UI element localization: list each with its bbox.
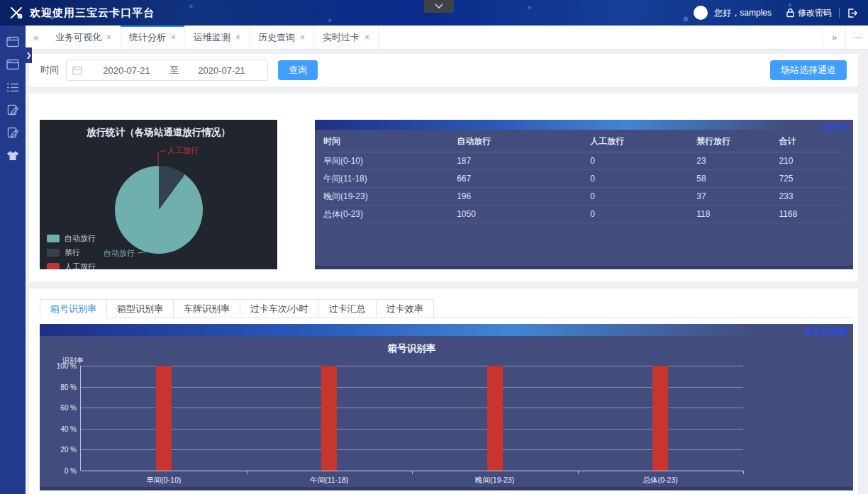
tab-label: 实时过卡: [323, 31, 360, 44]
app-window-icon: [6, 59, 19, 70]
legend-label: 禁行: [65, 247, 80, 258]
gridline: [81, 387, 743, 388]
y-tick: 80 %: [47, 384, 77, 391]
legend-swatch: [47, 249, 60, 257]
bar-noon: [321, 366, 337, 471]
chevron-down-icon: [434, 3, 444, 10]
release-rate-table: 时间 自动放行 人工放行 禁行放行 合计 早间(0-10)187023210 午…: [315, 130, 853, 223]
sidebar-item-dashboard[interactable]: [6, 35, 20, 48]
sidebar-item-list[interactable]: [6, 81, 20, 94]
y-tick: 100 %: [47, 363, 77, 370]
start-date-value[interactable]: 2020-07-21: [87, 65, 167, 76]
tab-container-type-rate[interactable]: 箱型识别率: [106, 299, 174, 318]
date-range-input[interactable]: 2020-07-21 至 2020-07-21: [66, 60, 268, 81]
bar-evening: [487, 366, 503, 471]
tabs-more-menu[interactable]: ⋯: [845, 26, 868, 49]
legend-item-forbidden[interactable]: 禁行: [47, 247, 96, 258]
gridline: [81, 429, 743, 430]
shirt-icon: [6, 150, 19, 161]
sidebar-item-apparel[interactable]: [6, 149, 20, 162]
tab-business-visualization[interactable]: 业务可视化 ×: [47, 26, 121, 49]
station-channel-select-button[interactable]: 场站选择通道: [770, 60, 847, 80]
content-area: 时间 2020-07-21 至 2020-07-21 查询 场站选择通道: [26, 50, 868, 494]
release-pie-panel: 放行统计（各场站通道放行情况） 人工放行 自动放行 自动放行: [40, 120, 277, 269]
table-row: 晚间(19-23)196037233: [323, 188, 845, 206]
x-label: 午间(11-18): [310, 476, 348, 485]
sidebar-expander-handle[interactable]: ❯: [26, 47, 32, 63]
release-pie[interactable]: [115, 166, 203, 254]
tab-ops-monitoring[interactable]: 运维监测 ×: [185, 26, 250, 49]
tab-label: 运维监测: [194, 31, 230, 44]
table-row: 早间(0-10)187023210: [323, 152, 845, 170]
bar-chart-title: 箱号识别率: [80, 342, 743, 355]
change-password-label: 修改密码: [798, 7, 832, 19]
close-icon[interactable]: ×: [365, 33, 369, 43]
range-separator: 至: [167, 64, 182, 77]
legend-swatch: [47, 263, 60, 269]
gridline: [81, 449, 743, 450]
col-header-total: 合计: [779, 135, 845, 147]
gridline: [81, 366, 743, 366]
tab-history-query[interactable]: 历史查询 ×: [250, 26, 314, 49]
change-password-button[interactable]: 修改密码: [786, 7, 832, 19]
pie-label-manual-release: 人工放行: [167, 145, 199, 156]
bar-morning: [156, 366, 172, 471]
release-panels-card: 放行统计（各场站通道放行情况） 人工放行 自动放行 自动放行: [29, 94, 858, 281]
sidebar-item-report-2[interactable]: [6, 126, 20, 139]
tabs-scroll-right[interactable]: »: [823, 26, 845, 49]
close-icon[interactable]: ×: [106, 33, 111, 43]
tabs-scroll-left[interactable]: «: [26, 26, 47, 49]
sidebar-item-report-1[interactable]: [6, 103, 20, 116]
col-header-auto: 自动放行: [457, 135, 590, 147]
legend-item-auto[interactable]: 自动放行: [47, 233, 96, 244]
pie-label-auto-release: 自动放行: [104, 248, 135, 259]
x-tick: [743, 471, 744, 474]
tabbar-spacer: [379, 26, 823, 49]
release-rate-table-panel: 放行率 时间 自动放行 人工放行 禁行放行 合计 早间(0-10)1870232…: [315, 120, 853, 269]
tab-pass-summary[interactable]: 过卡汇总: [318, 299, 377, 318]
x-label: 早间(0-10): [146, 476, 181, 485]
tab-pass-per-hour[interactable]: 过卡车次/小时: [240, 299, 319, 318]
app-window-icon: [6, 36, 19, 47]
y-tick: 40 %: [47, 426, 77, 433]
col-header-time: 时间: [323, 135, 457, 147]
panel-header-gradient: [315, 120, 853, 130]
pie-legend: 自动放行 禁行 人工放行: [47, 233, 96, 269]
filter-bar: 时间 2020-07-21 至 2020-07-21 查询 场站选择通道: [29, 54, 858, 86]
logout-button[interactable]: [847, 8, 858, 18]
pie-chart-title: 放行统计（各场站通道放行情况）: [40, 126, 277, 139]
x-label: 总体(0-23): [643, 476, 678, 485]
x-tick: [247, 471, 247, 474]
recognition-card: 箱号识别率 箱型识别率 车牌识别率 过卡车次/小时 过卡汇总 过卡效率 箱号识别…: [29, 288, 858, 494]
x-label: 晚间(19-23): [475, 476, 514, 485]
end-date-value[interactable]: 2020-07-21: [182, 65, 262, 76]
lock-icon: [786, 8, 795, 18]
browser-notification-tab[interactable]: [424, 0, 454, 13]
y-tick: 60 %: [47, 405, 77, 412]
close-icon[interactable]: ×: [235, 33, 240, 43]
col-header-manual: 人工放行: [590, 135, 696, 147]
y-tick: 0 %: [47, 468, 77, 475]
tab-pass-efficiency[interactable]: 过卡效率: [376, 299, 434, 318]
logout-icon: [847, 8, 858, 18]
document-edit-icon: [7, 127, 19, 138]
tab-plate-rate[interactable]: 车牌识别率: [173, 299, 240, 318]
tab-statistical-analysis[interactable]: 统计分析 ×: [121, 26, 185, 49]
tab-label: 统计分析: [129, 31, 166, 44]
tab-container-number-rate[interactable]: 箱号识别率: [40, 299, 107, 318]
tab-realtime-pass[interactable]: 实时过卡 ×: [314, 26, 379, 49]
query-button[interactable]: 查询: [278, 60, 318, 80]
y-tick: 20 %: [47, 447, 77, 454]
x-tick: [578, 471, 579, 474]
recognition-bar-panel: 箱号识别率 箱号识别率 识别率 100 % 80 % 60 %: [40, 324, 853, 490]
sidebar-item-visualization[interactable]: [6, 58, 20, 71]
col-header-forbidden: 禁行放行: [696, 135, 779, 147]
panel-corner-label: 放行率: [822, 122, 847, 134]
legend-item-manual[interactable]: 人工放行: [47, 262, 96, 269]
left-sidebar: [0, 26, 26, 494]
avatar[interactable]: [694, 6, 708, 20]
tab-label: 历史查询: [258, 31, 295, 44]
close-icon[interactable]: ×: [171, 33, 176, 43]
calendar-icon: [72, 65, 82, 75]
close-icon[interactable]: ×: [300, 33, 305, 43]
